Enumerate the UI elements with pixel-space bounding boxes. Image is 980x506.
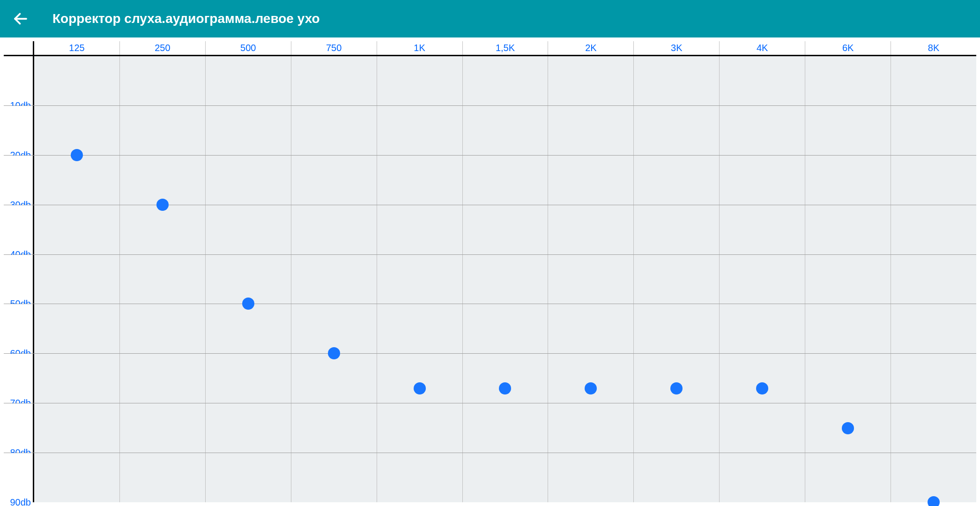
grid-cell[interactable] [634,156,720,205]
grid-cell[interactable] [891,56,976,105]
grid-cell[interactable] [377,106,463,155]
grid-cell[interactable] [291,403,377,453]
grid-cell[interactable] [548,106,634,155]
data-point[interactable] [756,382,768,394]
grid-cell[interactable] [34,453,120,502]
grid-cell[interactable] [634,403,720,453]
data-point[interactable] [670,382,683,394]
grid-cell[interactable] [805,156,891,205]
grid-cell[interactable] [34,56,120,105]
grid-cell[interactable] [463,255,549,304]
grid-cell[interactable] [720,403,805,453]
grid-cell[interactable] [805,106,891,155]
grid-cell[interactable] [463,156,549,205]
grid-cell[interactable] [377,56,463,105]
grid-cell[interactable] [720,304,805,353]
grid-cell[interactable] [34,304,120,353]
grid-cell[interactable] [720,453,805,502]
grid-cell[interactable] [206,453,291,502]
grid-cell[interactable] [805,56,891,105]
grid-cell[interactable] [891,205,976,254]
grid-cell[interactable] [634,106,720,155]
grid-cell[interactable] [891,354,976,403]
grid-cell[interactable] [634,304,720,353]
grid-cell[interactable] [291,255,377,304]
grid-cell[interactable] [805,205,891,254]
grid-cell[interactable] [805,354,891,403]
grid-cell[interactable] [206,205,291,254]
grid-cell[interactable] [34,156,120,205]
grid-cell[interactable] [206,304,291,353]
grid-cell[interactable] [291,106,377,155]
grid-cell[interactable] [120,354,206,403]
grid-cell[interactable] [377,354,463,403]
grid-cell[interactable] [634,255,720,304]
grid-cell[interactable] [463,205,549,254]
grid-cell[interactable] [120,403,206,453]
grid-cell[interactable] [891,106,976,155]
grid-cell[interactable] [34,255,120,304]
grid-cell[interactable] [805,255,891,304]
grid-cell[interactable] [377,403,463,453]
grid-cell[interactable] [206,106,291,155]
grid-cell[interactable] [34,354,120,403]
grid-cell[interactable] [120,156,206,205]
grid-cell[interactable] [377,453,463,502]
grid-cell[interactable] [548,403,634,453]
chart-grid[interactable]: 10db20db30db40db50db60db70db80db90db [4,56,976,502]
grid-cell[interactable] [291,205,377,254]
grid-cell[interactable] [463,304,549,353]
grid-cell[interactable] [805,304,891,353]
grid-cell[interactable] [463,354,549,403]
grid-cell[interactable] [463,403,549,453]
grid-cell[interactable] [34,403,120,453]
grid-cell[interactable] [548,255,634,304]
grid-cell[interactable] [206,255,291,304]
grid-cell[interactable] [206,56,291,105]
grid-cell[interactable] [206,354,291,403]
grid-cell[interactable] [891,453,976,502]
grid-cell[interactable] [206,403,291,453]
grid-cell[interactable] [548,156,634,205]
grid-cell[interactable] [463,106,549,155]
grid-cell[interactable] [377,156,463,205]
grid-cell[interactable] [120,205,206,254]
data-point[interactable] [928,496,940,506]
grid-cell[interactable] [891,156,976,205]
grid-cell[interactable] [291,354,377,403]
grid-cell[interactable] [291,156,377,205]
grid-cell[interactable] [463,56,549,105]
grid-cell[interactable] [720,106,805,155]
grid-cell[interactable] [891,304,976,353]
grid-cell[interactable] [291,453,377,502]
grid-cell[interactable] [720,354,805,403]
grid-cell[interactable] [548,205,634,254]
grid-cell[interactable] [377,205,463,254]
grid-cell[interactable] [634,453,720,502]
grid-cell[interactable] [720,56,805,105]
grid-cell[interactable] [120,453,206,502]
grid-cell[interactable] [720,156,805,205]
data-point[interactable] [414,382,426,394]
grid-cell[interactable] [120,56,206,105]
grid-cell[interactable] [720,205,805,254]
grid-cell[interactable] [120,255,206,304]
data-point[interactable] [499,382,511,394]
grid-cell[interactable] [548,453,634,502]
grid-cell[interactable] [634,56,720,105]
grid-cell[interactable] [291,304,377,353]
data-point[interactable] [585,382,597,394]
grid-cell[interactable] [548,354,634,403]
grid-cell[interactable] [805,403,891,453]
grid-cell[interactable] [634,205,720,254]
grid-cell[interactable] [805,453,891,502]
grid-cell[interactable] [206,156,291,205]
grid-cell[interactable] [291,56,377,105]
data-point[interactable] [842,422,854,434]
grid-cell[interactable] [891,255,976,304]
grid-cell[interactable] [34,106,120,155]
back-arrow-icon[interactable] [11,9,30,28]
grid-cell[interactable] [34,205,120,254]
grid-cell[interactable] [377,255,463,304]
grid-cell[interactable] [548,304,634,353]
